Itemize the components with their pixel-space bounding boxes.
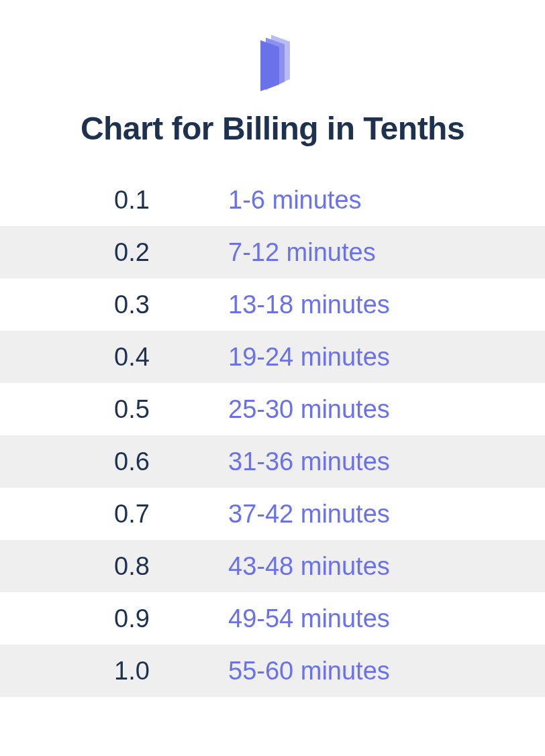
cell-minutes: 43-48 minutes [228,552,545,581]
cell-tenth: 0.2 [0,238,228,267]
logo-icon [247,32,298,91]
table-row: 0.9 49-54 minutes [0,592,545,645]
billing-table: 0.1 1-6 minutes 0.2 7-12 minutes 0.3 13-… [0,174,545,697]
cell-tenth: 0.7 [0,500,228,529]
table-row: 0.7 37-42 minutes [0,488,545,540]
table-row: 1.0 55-60 minutes [0,645,545,697]
table-row: 0.6 31-36 minutes [0,435,545,488]
cell-minutes: 7-12 minutes [228,238,545,267]
cell-minutes: 31-36 minutes [228,447,545,476]
table-row: 0.4 19-24 minutes [0,331,545,383]
cell-minutes: 25-30 minutes [228,395,545,424]
cell-tenth: 1.0 [0,657,228,686]
cell-minutes: 19-24 minutes [228,343,545,372]
table-row: 0.1 1-6 minutes [0,174,545,226]
page-title: Chart for Billing in Tenths [81,110,464,147]
cell-tenth: 0.9 [0,604,228,633]
cell-tenth: 0.4 [0,343,228,372]
cell-tenth: 0.8 [0,552,228,581]
cell-tenth: 0.6 [0,447,228,476]
table-row: 0.8 43-48 minutes [0,540,545,592]
table-row: 0.3 13-18 minutes [0,278,545,331]
table-row: 0.2 7-12 minutes [0,226,545,278]
cell-minutes: 1-6 minutes [228,186,545,215]
cell-minutes: 37-42 minutes [228,500,545,529]
cell-tenth: 0.3 [0,290,228,319]
cell-tenth: 0.5 [0,395,228,424]
cell-tenth: 0.1 [0,186,228,215]
table-row: 0.5 25-30 minutes [0,383,545,435]
cell-minutes: 49-54 minutes [228,604,545,633]
cell-minutes: 55-60 minutes [228,657,545,686]
cell-minutes: 13-18 minutes [228,290,545,319]
